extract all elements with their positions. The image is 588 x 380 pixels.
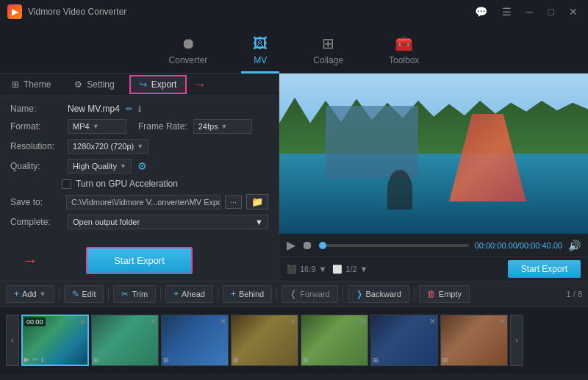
format-dropdown-arrow: ▼ [93, 123, 99, 130]
ahead-button[interactable]: + Ahead [165, 285, 213, 303]
saveto-path[interactable]: C:\Vidmore\Vidmore V...onverter\MV Expor… [66, 195, 220, 209]
behind-label: Behind [239, 290, 264, 298]
gpu-label: Turn on GPU Acceleration [76, 179, 178, 189]
item-4-grid-icon: ⊞ [233, 356, 239, 364]
mv-icon: 🖼 [253, 35, 268, 52]
empty-button[interactable]: 🗑 Empty [419, 285, 470, 303]
resolution-select[interactable]: 1280x720 (720p) ▼ [68, 139, 148, 154]
time-total: 00:00:40.00 [520, 241, 562, 250]
stop-button[interactable]: ⏺ [301, 239, 313, 252]
zoom-select[interactable]: ⬜ 1/2 ▼ [332, 265, 368, 274]
backward-button[interactable]: ❭ Backward [348, 285, 409, 303]
start-export-button[interactable]: Start Export [86, 247, 193, 274]
page-info: 1 / 8 [567, 290, 582, 298]
timeline-item-5[interactable]: ✕ ⊞ [301, 315, 368, 366]
minimize-button[interactable]: ─ [523, 4, 537, 19]
subtab-setting[interactable]: ⚙ Setting [62, 74, 126, 96]
timeline-item-3[interactable]: ✕ ⊞ [161, 315, 229, 366]
aspect-ratio-select[interactable]: ⬛ 16:9 ▼ [287, 265, 326, 274]
format-select[interactable]: MP4 ▼ [68, 119, 126, 134]
play-button[interactable]: ▶ [287, 238, 295, 252]
close-button[interactable]: ✕ [566, 4, 581, 19]
timeline-item-7[interactable]: ✕ ⊞ [440, 315, 508, 366]
item-1-close[interactable]: ✕ [79, 318, 86, 327]
saveto-folder-button[interactable]: 📁 [246, 194, 268, 209]
chat-window-icon[interactable]: 💬 [472, 4, 490, 19]
name-row: Name: New MV.mp4 ✏ ℹ [10, 104, 268, 114]
tab-toolbox[interactable]: 🧰 Toolbox [377, 29, 431, 74]
backward-label: Backward [366, 290, 401, 298]
framerate-select[interactable]: 24fps ▼ [193, 119, 252, 134]
item-3-close[interactable]: ✕ [220, 317, 226, 326]
format-value: MP4 [73, 122, 90, 131]
item-1-scissors-icon: ✂ [32, 356, 38, 363]
volume-icon[interactable]: 🔊 [568, 240, 581, 251]
trim-button[interactable]: ✂ Trim [113, 285, 156, 303]
timeline-prev[interactable]: ‹ [6, 315, 19, 366]
subtab-export[interactable]: ↪ Export [129, 75, 187, 94]
zoom-dropdown-arrow: ▼ [360, 265, 368, 273]
tab-mv[interactable]: 🖼 MV [241, 29, 279, 74]
tab-converter[interactable]: ⏺ Converter [157, 29, 220, 74]
preview-start-export-button[interactable]: Start Export [508, 260, 581, 278]
start-export-area: → Start Export [0, 237, 279, 284]
timeline-item-6[interactable]: ✕ ⊞ [370, 315, 438, 366]
red-arrow-indicator: → [193, 77, 206, 93]
progress-bar[interactable] [319, 244, 469, 247]
quality-label: Quality: [10, 161, 62, 171]
subtab-theme[interactable]: ⊞ Theme [0, 74, 62, 96]
video-controls-row1: ▶ ⏺ 00:00:00.00/00:00:40.00 🔊 [279, 234, 588, 257]
separator-3 [160, 287, 161, 301]
start-export-arrow-indicator: → [22, 251, 38, 270]
name-info-icon[interactable]: ℹ [138, 104, 141, 114]
main-content: ⊞ Theme ⚙ Setting ↪ Export → Name: New M… [0, 74, 588, 281]
edit-label: Edit [82, 290, 96, 298]
trim-icon: ✂ [121, 289, 129, 299]
maximize-button[interactable]: □ [545, 4, 557, 19]
timeline-item-2[interactable]: ✕ ⊞ [91, 315, 159, 366]
item-4-close[interactable]: ✕ [290, 317, 296, 326]
subtab-setting-label: Setting [87, 79, 114, 90]
forward-button[interactable]: ❬ Forward [282, 285, 337, 303]
timeline-item-1[interactable]: 00:00 ✕ ▶ ✂ ℹ [21, 315, 89, 366]
name-edit-icon[interactable]: ✏ [126, 104, 132, 114]
complete-value: Open output folder [73, 218, 140, 226]
name-label: Name: [10, 104, 62, 114]
title-bar-left: ▶ Vidmore Video Converter [7, 4, 126, 19]
zoom-icon: ⬜ [332, 265, 343, 274]
item-6-close[interactable]: ✕ [429, 317, 436, 326]
quality-settings-icon[interactable]: ⚙ [137, 160, 147, 172]
framerate-value: 24fps [198, 122, 218, 131]
framerate-dropdown-arrow: ▼ [221, 123, 228, 130]
tab-collage[interactable]: ⊞ Collage [301, 29, 355, 74]
right-panel: ▶ ⏺ 00:00:00.00/00:00:40.00 🔊 ⬛ 16:9 ▼ ⬜… [279, 74, 588, 281]
scene-building [326, 106, 418, 178]
item-7-close[interactable]: ✕ [499, 317, 506, 326]
separator-5 [276, 287, 277, 301]
bottom-toolbar: + Add ▼ ✎ Edit ✂ Trim + Ahead + Behind ❬… [0, 281, 588, 307]
gpu-checkbox[interactable] [62, 179, 71, 189]
add-button[interactable]: + Add ▼ [6, 285, 54, 303]
preview-image [279, 74, 588, 234]
tab-collage-label: Collage [313, 55, 343, 65]
complete-dropdown-arrow: ▼ [255, 218, 263, 226]
item-2-close[interactable]: ✕ [150, 317, 157, 326]
hamburger-menu-icon[interactable]: ☰ [499, 4, 514, 19]
timeline-next[interactable]: › [510, 315, 523, 366]
preview-area [279, 74, 588, 234]
behind-button[interactable]: + Behind [223, 285, 272, 303]
title-bar-controls: 💬 ☰ ─ □ ✕ [472, 4, 581, 19]
app-icon: ▶ [7, 4, 22, 19]
export-arrow-icon: ↪ [140, 79, 147, 90]
item-5-close[interactable]: ✕ [359, 317, 366, 326]
complete-label: Complete: [10, 217, 62, 227]
saveto-dots-button[interactable]: ··· [225, 196, 242, 209]
crop-icon: ⬛ [287, 265, 297, 274]
complete-select[interactable]: Open output folder ▼ [68, 215, 268, 229]
quality-select[interactable]: High Quality ▼ [68, 159, 132, 173]
empty-label: Empty [439, 290, 462, 298]
title-bar: ▶ Vidmore Video Converter 💬 ☰ ─ □ ✕ [0, 0, 588, 24]
edit-button[interactable]: ✎ Edit [64, 285, 104, 303]
timeline-item-4[interactable]: ✕ ⊞ [231, 315, 298, 366]
complete-row: Complete: Open output folder ▼ [10, 215, 268, 229]
